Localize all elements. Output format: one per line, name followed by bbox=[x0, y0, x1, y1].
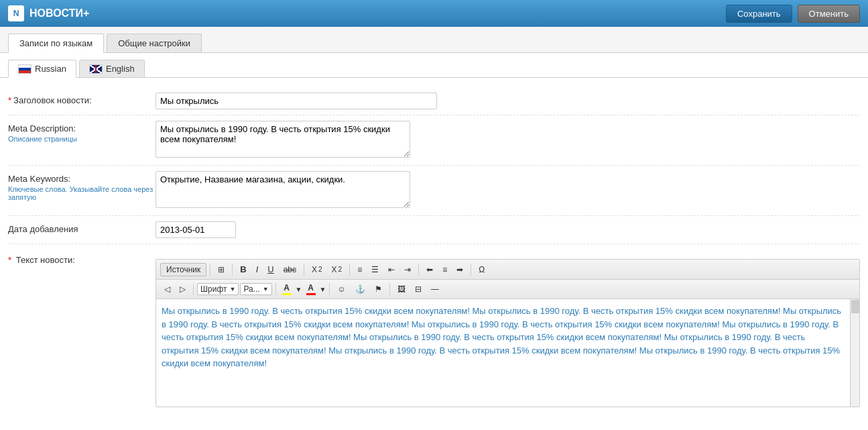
underline-button[interactable]: U bbox=[263, 262, 277, 276]
size-dropdown-arrow: ▼ bbox=[263, 286, 269, 292]
image-button[interactable]: 🖼 bbox=[393, 282, 410, 296]
toolbar-separator-8 bbox=[275, 283, 276, 295]
font-color-icon: A bbox=[284, 283, 290, 292]
cancel-button[interactable]: Отменить bbox=[798, 5, 860, 23]
undo-button[interactable]: ◁ bbox=[160, 282, 174, 296]
align-right-button[interactable]: ➡ bbox=[452, 263, 467, 276]
text-required-marker: * bbox=[8, 255, 11, 265]
meta-kw-field-area: Открытие, Название магазина, акции, скид… bbox=[156, 171, 860, 210]
font-label: Шрифт bbox=[200, 284, 227, 294]
title-row: *Заголовок новости: bbox=[8, 87, 860, 115]
font-color-bar bbox=[282, 293, 292, 295]
meta-desc-row: Meta Description: Описание страницы Мы о… bbox=[8, 115, 860, 166]
editor-body[interactable]: Мы открылись в 1990 году. В честь открыт… bbox=[156, 299, 859, 407]
meta-desc-label-area: Meta Description: Описание страницы bbox=[8, 121, 156, 143]
editor-scrollbar[interactable] bbox=[850, 299, 859, 407]
form-area: *Заголовок новости: Meta Description: Оп… bbox=[0, 78, 868, 413]
tab-records-by-language[interactable]: Записи по языкам bbox=[8, 34, 104, 53]
meta-kw-sublabel: Ключевые слова. Указывайте слова через з… bbox=[8, 185, 156, 201]
anchor-button[interactable]: ⚓ bbox=[351, 282, 369, 296]
meta-desc-field-area: Мы открылись в 1990 году. В честь открыт… bbox=[156, 121, 860, 160]
flag-russian-icon bbox=[18, 64, 32, 74]
lang-tab-english[interactable]: English bbox=[79, 60, 145, 77]
size-label: Ра... bbox=[243, 284, 259, 294]
toolbar-separator-3 bbox=[304, 264, 304, 276]
toolbar-separator-10 bbox=[389, 283, 390, 295]
date-label-area: Дата добавления bbox=[8, 221, 156, 234]
toolbar-row2: ◁ ▷ Шрифт ▼ Ра... ▼ bbox=[156, 280, 859, 299]
indent-button[interactable]: ⇥ bbox=[400, 263, 415, 276]
text-label-area: * Текст новости: bbox=[8, 252, 156, 265]
toolbar-separator-2 bbox=[232, 264, 233, 276]
header-actions: Сохранить Отменить bbox=[726, 5, 860, 23]
rich-text-editor: Источник ⊞ B I U abc X2 X2 bbox=[156, 259, 860, 407]
meta-kw-row: Meta Keywords: Ключевые слова. Указывайт… bbox=[8, 166, 860, 216]
redo-button[interactable]: ▷ bbox=[176, 282, 190, 296]
smiley-button[interactable]: ☺ bbox=[333, 282, 349, 296]
text-row: * Текст новости: Источник ⊞ B I U abc bbox=[8, 247, 860, 413]
subscript-button[interactable]: X2 bbox=[308, 263, 326, 276]
lang-russian-label: Russian bbox=[35, 64, 66, 74]
flag-english-icon bbox=[89, 64, 103, 74]
meta-desc-input[interactable]: Мы открылись в 1990 году. В честь открыт… bbox=[156, 121, 410, 158]
app-title: НОВОСТИ+ bbox=[29, 7, 89, 19]
editor-field-area: Источник ⊞ B I U abc X2 X2 bbox=[156, 252, 860, 407]
lang-english-label: English bbox=[106, 64, 135, 74]
title-label: Заголовок новости: bbox=[13, 95, 91, 105]
editor-scrollbar-thumb bbox=[851, 300, 859, 313]
save-button[interactable]: Сохранить bbox=[726, 5, 792, 23]
italic-button[interactable]: I bbox=[252, 262, 263, 276]
title-label-area: *Заголовок новости: bbox=[8, 93, 156, 105]
meta-desc-label: Meta Description: bbox=[8, 123, 76, 133]
toolbar-row1: Источник ⊞ B I U abc X2 X2 bbox=[156, 260, 859, 280]
title-required-marker: * bbox=[8, 95, 11, 105]
date-label: Дата добавления bbox=[8, 224, 78, 234]
align-left-button[interactable]: ⬅ bbox=[422, 263, 437, 276]
title-field-area bbox=[156, 93, 860, 109]
bg-color-bar bbox=[306, 293, 316, 295]
hr-button[interactable]: — bbox=[427, 282, 443, 296]
tab-general-settings[interactable]: Общие настройки bbox=[107, 34, 202, 52]
size-dropdown[interactable]: Ра... ▼ bbox=[240, 283, 271, 295]
bg-color-button[interactable]: A bbox=[304, 282, 318, 297]
strikethrough-button[interactable]: abc bbox=[280, 263, 300, 276]
title-input[interactable] bbox=[156, 93, 437, 109]
date-input[interactable] bbox=[156, 221, 236, 238]
date-row: Дата добавления bbox=[8, 216, 860, 244]
bold-button[interactable]: B bbox=[236, 262, 250, 276]
ordered-list-button[interactable]: ☰ bbox=[367, 263, 383, 276]
editor-text-content: Мы открылись в 1990 году. В честь открыт… bbox=[162, 305, 854, 370]
align-center-button[interactable]: ≡ bbox=[438, 263, 451, 276]
font-color-dropdown-arrow[interactable]: ▼ bbox=[296, 286, 302, 293]
font-dropdown-arrow: ▼ bbox=[229, 286, 235, 292]
meta-desc-sublabel: Описание страницы bbox=[8, 135, 156, 143]
flag-button[interactable]: ⚑ bbox=[371, 282, 386, 296]
insert-table-button[interactable]: ⊟ bbox=[411, 282, 426, 296]
language-tabs: Russian English bbox=[0, 53, 868, 78]
meta-kw-input[interactable]: Открытие, Название магазина, акции, скид… bbox=[156, 171, 410, 208]
main-content: Записи по языкам Общие настройки Russian… bbox=[0, 27, 868, 430]
toolbar-separator-7 bbox=[193, 283, 194, 295]
source-button[interactable]: Источник bbox=[160, 263, 206, 276]
lang-tab-russian[interactable]: Russian bbox=[8, 60, 76, 78]
meta-kw-label: Meta Keywords: bbox=[8, 174, 70, 184]
text-label: Текст новости: bbox=[16, 255, 75, 265]
main-tabs: Записи по языкам Общие настройки bbox=[0, 27, 868, 53]
toolbar-separator-9 bbox=[329, 283, 330, 295]
toolbar-separator-5 bbox=[418, 264, 419, 276]
bg-color-dropdown-arrow[interactable]: ▼ bbox=[320, 286, 326, 293]
table-icon-button[interactable]: ⊞ bbox=[214, 263, 229, 276]
outdent-button[interactable]: ⇤ bbox=[384, 263, 399, 276]
special-char-button[interactable]: Ω bbox=[475, 263, 489, 276]
date-field-area bbox=[156, 221, 860, 238]
font-color-button[interactable]: A bbox=[280, 282, 294, 297]
superscript-button[interactable]: X2 bbox=[328, 263, 347, 276]
font-dropdown[interactable]: Шрифт ▼ bbox=[197, 283, 239, 295]
app-icon: N bbox=[8, 5, 24, 21]
toolbar-separator-4 bbox=[349, 264, 350, 276]
bg-color-icon: A bbox=[308, 283, 314, 292]
header: N НОВОСТИ+ Сохранить Отменить bbox=[0, 0, 868, 27]
meta-kw-label-area: Meta Keywords: Ключевые слова. Указывайт… bbox=[8, 171, 156, 201]
toolbar-separator-1 bbox=[210, 264, 210, 276]
unordered-list-button[interactable]: ≡ bbox=[353, 263, 366, 276]
